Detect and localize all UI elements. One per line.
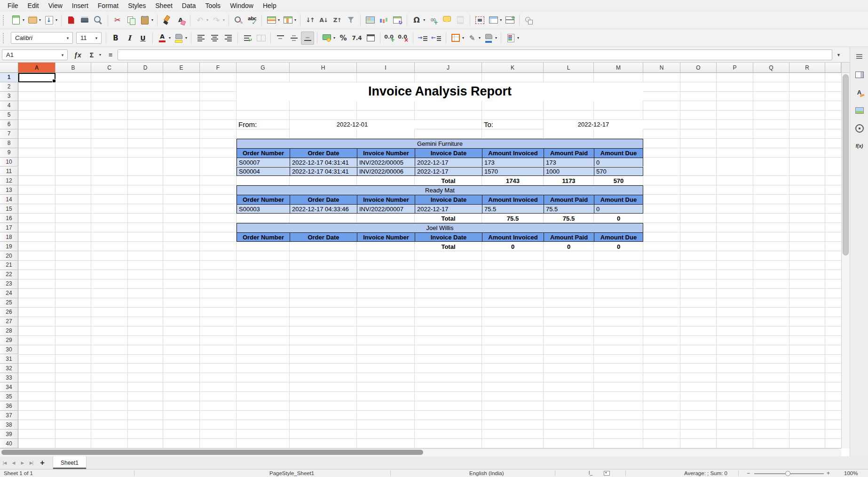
data-cell[interactable]: 75.5	[482, 204, 544, 214]
delete-decimal-button[interactable]	[397, 32, 410, 45]
underline-button[interactable]	[136, 32, 150, 45]
toolbar-grip[interactable]	[3, 33, 7, 43]
data-cell[interactable]: 2022-12-17	[415, 158, 482, 167]
find-replace-button[interactable]	[232, 14, 245, 27]
column-header-cell[interactable]: Amount Due	[594, 232, 643, 242]
total-label-cell[interactable]: Total	[415, 176, 482, 185]
column-header-cell[interactable]: Amount Paid	[544, 148, 594, 158]
data-cell[interactable]: 75.5	[544, 204, 594, 214]
row-header-34[interactable]: 34	[0, 382, 18, 392]
save-button[interactable]: ▾	[42, 14, 58, 27]
conditional-formatting-button[interactable]: ▾	[504, 32, 520, 45]
insert-row-button[interactable]: ▾	[265, 14, 281, 27]
split-window-button[interactable]	[503, 14, 516, 27]
menu-view[interactable]: View	[44, 0, 67, 11]
add-sheet-button[interactable]: +	[36, 456, 49, 469]
column-header-N[interactable]: N	[643, 63, 680, 73]
column-header-E[interactable]: E	[163, 63, 200, 73]
new-document-button[interactable]: ▾	[9, 14, 25, 27]
add-decimal-button[interactable]	[383, 32, 396, 45]
row-header-38[interactable]: 38	[0, 420, 18, 429]
highlight-color-dropdown-arrow[interactable]: ▾	[185, 36, 187, 40]
row-header-35[interactable]: 35	[0, 392, 18, 401]
new-document-dropdown-arrow[interactable]: ▾	[23, 18, 24, 22]
name-box[interactable]: A1 ▾	[2, 49, 68, 60]
column-header-L[interactable]: L	[544, 63, 594, 73]
row-header-24[interactable]: 24	[0, 289, 18, 298]
zoom-in-button[interactable]: +	[827, 470, 830, 477]
redo-button[interactable]: ▾	[210, 14, 226, 27]
number-format-button[interactable]	[350, 32, 363, 45]
border-color-dropdown-arrow[interactable]: ▾	[495, 36, 497, 40]
insert-row-dropdown-arrow[interactable]: ▾	[278, 18, 280, 22]
row-header-1[interactable]: 1	[0, 73, 18, 82]
date-format-button[interactable]	[364, 32, 377, 45]
align-left-button[interactable]	[194, 32, 207, 45]
menu-tools[interactable]: Tools	[200, 0, 225, 11]
borders-button[interactable]: ▾	[449, 32, 465, 45]
row-header-2[interactable]: 2	[0, 82, 18, 92]
menu-edit[interactable]: Edit	[23, 0, 44, 11]
sheet-tab-sheet1[interactable]: Sheet1	[53, 456, 87, 469]
row-header-14[interactable]: 14	[0, 195, 18, 204]
special-character-dropdown-arrow[interactable]: ▾	[423, 18, 425, 22]
special-character-button[interactable]: ▾	[410, 14, 426, 27]
menu-window[interactable]: Window	[225, 0, 258, 11]
align-center-button[interactable]	[208, 32, 221, 45]
select-all-corner[interactable]	[0, 63, 18, 73]
row-header-6[interactable]: 6	[0, 120, 18, 129]
horizontal-scrollbar-thumb[interactable]	[1, 450, 423, 455]
save-dropdown-arrow[interactable]: ▾	[55, 18, 57, 22]
print-button[interactable]	[78, 14, 91, 27]
data-cell[interactable]: 173	[544, 158, 594, 167]
column-header-cell[interactable]: Amount Invoiced	[482, 148, 544, 158]
row-header-28[interactable]: 28	[0, 326, 18, 336]
selection-mode-icon[interactable]	[604, 471, 610, 476]
column-header-cell[interactable]: Invoice Date	[415, 232, 482, 242]
vertical-scrollbar-thumb[interactable]	[843, 74, 849, 255]
data-cell[interactable]: S00004	[237, 167, 290, 176]
total-value-cell[interactable]: 0	[544, 242, 594, 251]
row-header-31[interactable]: 31	[0, 355, 18, 364]
sum-button[interactable]: Σ	[86, 49, 98, 60]
data-cell[interactable]: INV/2022/00007	[357, 204, 415, 214]
column-header-cell[interactable]: Amount Invoiced	[482, 195, 544, 204]
row-header-15[interactable]: 15	[0, 204, 18, 214]
row-header-5[interactable]: 5	[0, 111, 18, 120]
menu-help[interactable]: Help	[258, 0, 281, 11]
data-cell[interactable]: 0	[594, 204, 643, 214]
column-header-cell[interactable]: Order Date	[290, 232, 357, 242]
row-header-40[interactable]: 40	[0, 439, 18, 448]
italic-button[interactable]	[123, 32, 136, 45]
menu-styles[interactable]: Styles	[123, 0, 150, 11]
formula-input[interactable]	[118, 49, 832, 60]
data-cell[interactable]: 2022-12-17 04:31:41	[290, 158, 357, 167]
open-dropdown-arrow[interactable]: ▾	[39, 18, 41, 22]
bold-button[interactable]	[109, 32, 122, 45]
border-color-button[interactable]: ▾	[482, 32, 498, 45]
last-sheet-button[interactable]: ▶|	[27, 456, 36, 469]
to-date[interactable]: 2022-12-17	[544, 120, 643, 129]
total-value-cell[interactable]: 0	[482, 242, 544, 251]
column-header-B[interactable]: B	[55, 63, 91, 73]
menu-insert[interactable]: Insert	[67, 0, 93, 11]
column-header-K[interactable]: K	[482, 63, 544, 73]
column-header-cell[interactable]: Invoice Date	[415, 148, 482, 158]
data-cell[interactable]: INV/2022/00005	[357, 158, 415, 167]
clear-formatting-button[interactable]	[174, 14, 187, 27]
first-sheet-button[interactable]: |◀	[0, 456, 9, 469]
data-cell[interactable]: 0	[594, 158, 643, 167]
percent-button[interactable]	[337, 32, 350, 45]
column-header-F[interactable]: F	[200, 63, 237, 73]
row-header-27[interactable]: 27	[0, 317, 18, 326]
name-box-dropdown-icon[interactable]: ▾	[58, 53, 67, 57]
total-value-cell[interactable]: 570	[594, 176, 643, 185]
total-value-cell[interactable]: 0	[594, 214, 643, 223]
insert-chart-button[interactable]	[377, 14, 390, 27]
increase-indent-button[interactable]	[416, 32, 429, 45]
print-preview-button[interactable]	[92, 14, 105, 27]
align-right-button[interactable]	[221, 32, 235, 45]
row-header-36[interactable]: 36	[0, 401, 18, 411]
menu-file[interactable]: File	[3, 0, 23, 11]
insert-image-button[interactable]	[363, 14, 377, 27]
